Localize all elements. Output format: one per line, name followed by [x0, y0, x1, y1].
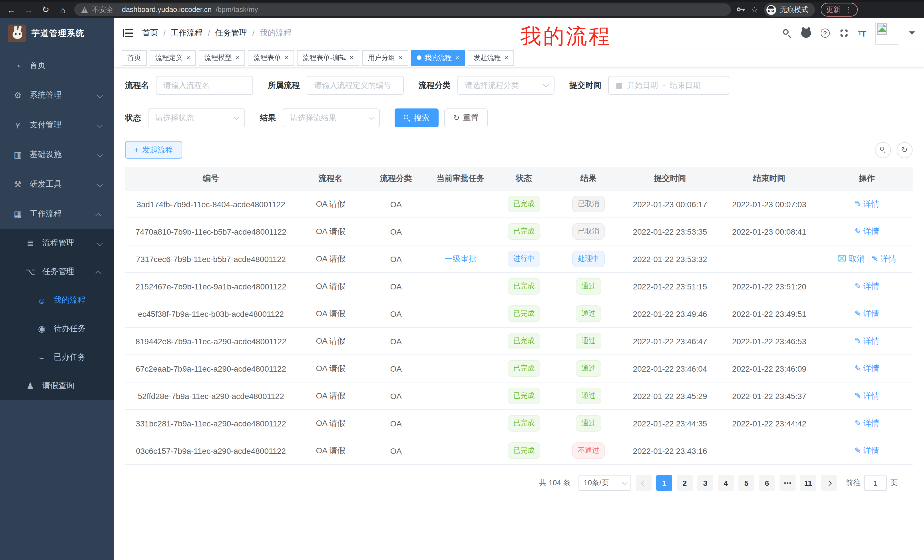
- process-definition-input[interactable]: 请输入流程定义的编号: [307, 76, 404, 95]
- show-search-button[interactable]: [875, 142, 891, 158]
- create-process-button[interactable]: + 发起流程: [125, 141, 182, 159]
- fullscreen-icon[interactable]: [839, 28, 848, 38]
- tab-我的流程[interactable]: 我的流程×: [411, 50, 465, 65]
- breadcrumb-item[interactable]: 任务管理: [215, 28, 247, 38]
- page-button-5[interactable]: 5: [738, 475, 754, 491]
- sidebar-item-已办任务[interactable]: ⌣已办任务: [0, 343, 114, 371]
- submit-time-range-picker[interactable]: ▦ 开始日期 - 结束日期: [608, 76, 729, 95]
- sidebar-item-研发工具[interactable]: ⚒研发工具: [0, 169, 114, 199]
- page-button-11[interactable]: 11: [800, 475, 816, 491]
- close-icon[interactable]: ×: [284, 54, 288, 61]
- tab-流程表单-编辑[interactable]: 流程表单-编辑×: [297, 50, 359, 65]
- detail-action-link[interactable]: ✎ 详情: [854, 446, 879, 456]
- screen: ← → ↻ ⌂ ! 不安全 dashboard.yudao.iocoder.cn…: [0, 0, 924, 560]
- process-name-label: 流程名: [125, 80, 149, 90]
- cancel-action-link[interactable]: ⌧ 取消: [837, 254, 865, 264]
- forward-icon[interactable]: →: [23, 5, 34, 15]
- table-body: 3ad174fb-7b9d-11ec-8404-acde48001122OA 请…: [125, 191, 913, 465]
- next-page-button[interactable]: [820, 475, 837, 491]
- detail-action-link[interactable]: ✎ 详情: [854, 281, 879, 291]
- detail-action-link[interactable]: ✎ 详情: [854, 199, 879, 209]
- font-size-icon[interactable]: TT: [858, 28, 866, 38]
- close-icon[interactable]: ×: [399, 54, 403, 61]
- current-task-link[interactable]: 一级审批: [445, 254, 477, 263]
- avatar[interactable]: [876, 22, 898, 45]
- sidebar-item-流程管理[interactable]: ≣流程管理: [0, 229, 114, 258]
- result-badge: 不通过: [572, 442, 605, 459]
- page-size-select[interactable]: 10条/页: [579, 475, 631, 491]
- column-header-提交时间: 提交时间: [623, 174, 717, 184]
- detail-action-link[interactable]: ✎ 详情: [854, 336, 879, 346]
- column-header-编号: 编号: [125, 174, 297, 184]
- search-button[interactable]: 搜索: [394, 108, 439, 127]
- chevron-up-icon: [97, 267, 101, 276]
- browser-menu-icon[interactable]: ⋮: [845, 6, 852, 14]
- close-icon[interactable]: ×: [455, 54, 459, 61]
- detail-action-link[interactable]: ✎ 详情: [854, 308, 879, 319]
- tab-流程表单[interactable]: 流程表单×: [248, 50, 294, 65]
- search-icon[interactable]: [783, 29, 791, 37]
- cell-current-task: [428, 392, 494, 399]
- page-button-6[interactable]: 6: [759, 475, 775, 491]
- sidebar-item-工作流程[interactable]: ▦工作流程: [0, 199, 114, 229]
- sidebar-item-请假查询[interactable]: ♟请假查询: [0, 371, 114, 400]
- prev-page-button[interactable]: [636, 475, 652, 491]
- detail-action-link[interactable]: ✎ 详情: [854, 226, 879, 237]
- page-button-4[interactable]: 4: [718, 475, 734, 491]
- home-icon[interactable]: ⌂: [57, 5, 69, 15]
- refresh-button[interactable]: ↻: [897, 142, 913, 158]
- cell-actions: ✎ 详情: [821, 278, 913, 295]
- process-name-input[interactable]: 请输入流程名: [156, 76, 253, 95]
- close-icon[interactable]: ×: [350, 54, 354, 61]
- detail-action-link[interactable]: ✎ 详情: [854, 391, 879, 401]
- cell-result: 已取消: [554, 192, 623, 216]
- sidebar-item-待办任务[interactable]: ◉待办任务: [0, 314, 114, 343]
- cell-current-task: [428, 365, 494, 372]
- page-button-2[interactable]: 2: [677, 475, 693, 491]
- bookmark-star-icon[interactable]: ☆: [751, 5, 758, 14]
- process-category-select[interactable]: 请选择流程分类: [458, 76, 555, 95]
- reset-button[interactable]: ↻ 重置: [444, 108, 488, 127]
- help-icon[interactable]: ?: [820, 28, 830, 38]
- close-icon[interactable]: ×: [186, 54, 190, 61]
- status-select[interactable]: 请选择状态: [148, 108, 245, 127]
- cell-status: 已完成: [494, 329, 554, 353]
- status-label: 状态: [125, 113, 141, 123]
- detail-action-link[interactable]: ✎ 详情: [854, 363, 879, 374]
- tab-流程模型[interactable]: 流程模型×: [199, 50, 245, 65]
- sidebar-item-系统管理[interactable]: ⚙系统管理: [0, 81, 114, 110]
- tab-首页[interactable]: 首页: [122, 50, 147, 65]
- jump-page-input[interactable]: 1: [864, 475, 887, 491]
- tab-用户分组[interactable]: 用户分组×: [362, 50, 408, 65]
- breadcrumb-item[interactable]: 工作流程: [171, 28, 203, 38]
- detail-action-link[interactable]: ✎ 详情: [872, 254, 896, 264]
- sidebar-item-支付管理[interactable]: ¥支付管理: [0, 110, 114, 140]
- result-select[interactable]: 请选择流结果: [283, 108, 380, 127]
- app-logo-row[interactable]: 芋道管理系统: [0, 18, 114, 49]
- sidebar-item-首页[interactable]: ◔首页: [0, 51, 114, 81]
- cell-id: 2152467e-7b9b-11ec-9a1b-acde48001122: [125, 278, 297, 294]
- password-key-icon[interactable]: [736, 7, 745, 12]
- url-bar[interactable]: ! 不安全 dashboard.yudao.iocoder.cn/bpm/tas…: [74, 3, 731, 16]
- close-icon[interactable]: ×: [235, 54, 239, 61]
- github-icon[interactable]: [801, 28, 811, 38]
- page-button-1[interactable]: 1: [656, 475, 672, 491]
- collapse-sidebar-icon[interactable]: [123, 29, 133, 37]
- close-icon[interactable]: ×: [504, 54, 508, 61]
- browser-update-button[interactable]: 更新 ⋮: [820, 3, 858, 16]
- column-header-结束时间: 结束时间: [717, 174, 821, 184]
- sidebar-item-任务管理[interactable]: ⌥任务管理: [0, 258, 114, 286]
- cell-status: 已完成: [494, 220, 554, 243]
- sidebar-item-我的流程[interactable]: ☺我的流程: [0, 286, 114, 314]
- tab-流程定义[interactable]: 流程定义×: [150, 50, 196, 65]
- tab-发起流程[interactable]: 发起流程×: [468, 50, 514, 65]
- sidebar-item-基础设施[interactable]: ▥基础设施: [0, 140, 114, 169]
- eye-icon: ◉: [36, 324, 47, 334]
- detail-action-link[interactable]: ✎ 详情: [854, 418, 879, 428]
- page-button-3[interactable]: 3: [697, 475, 713, 491]
- breadcrumb-item[interactable]: 首页: [142, 28, 158, 38]
- avatar-caret-icon[interactable]: [909, 31, 915, 35]
- reload-icon[interactable]: ↻: [40, 4, 51, 15]
- chevron-down-icon: [234, 114, 239, 120]
- back-icon[interactable]: ←: [6, 5, 17, 15]
